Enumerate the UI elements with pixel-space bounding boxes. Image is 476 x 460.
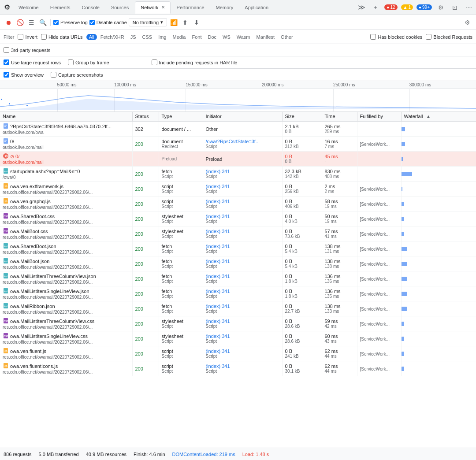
col-name[interactable]: Name [0, 112, 132, 121]
col-waterfall[interactable]: Waterfall ▲ [401, 112, 476, 121]
col-fulfilled[interactable]: Fulfilled by [357, 112, 401, 121]
show-overview-checkbox[interactable]: Show overview [4, 72, 44, 78]
table-row[interactable]: 0/ outlook.live.com/mail 200documentRedi… [0, 137, 476, 152]
cell-size: 0 B241 kB [282, 346, 322, 361]
svg-text:fetch: fetch [4, 245, 9, 248]
search-btn[interactable]: 🔍 [38, 18, 48, 27]
table-row[interactable]: fetch startupdata.ashx?app=Mail&n=0 /owa… [0, 167, 476, 182]
devtools-icon: ⚙ [2, 2, 12, 13]
cell-type: scriptScript [159, 197, 203, 211]
preserve-log-checkbox[interactable]: Preserve log [53, 20, 88, 25]
cell-type: fetchScript [159, 241, 203, 256]
col-type[interactable]: Type [159, 112, 203, 121]
tab-console[interactable]: Console [77, 1, 105, 14]
blocked-requests-checkbox[interactable]: Blocked Requests [426, 34, 472, 40]
filename: 0/ [10, 139, 14, 144]
tab-memory[interactable]: Memory [211, 1, 239, 14]
dock-icon[interactable]: ⊡ [450, 2, 460, 13]
tab-elements[interactable]: Elements [45, 1, 76, 14]
waterfall-bar [402, 127, 405, 131]
hide-data-urls-checkbox[interactable]: Hide data URLs [41, 34, 83, 40]
cell-time: 16 ms7 ms [322, 137, 357, 152]
table-row[interactable]: fetch owa.MailListItemSingleLineView.jso… [0, 286, 476, 301]
tab-sources[interactable]: Sources [106, 1, 134, 14]
table-row[interactable]: fetch owa.MailBoot.json res.cdn.office.n… [0, 256, 476, 271]
cell-time: 2 ms2 ms [322, 182, 357, 197]
new-tab-icon[interactable]: + [370, 2, 381, 13]
more-tabs-icon[interactable]: ≫ [356, 2, 367, 13]
svg-rect-5 [4, 140, 7, 140]
filename: owa.MailBoot.json [10, 259, 49, 264]
cell-name: ⊘ ⊘ 0/ outlook.live.com/mail [0, 152, 132, 167]
filename: owa.ven.graphql.js [10, 199, 51, 204]
chip-img[interactable]: Img [156, 34, 169, 40]
tab-welcome[interactable]: Welcome [13, 1, 44, 14]
more-options-icon[interactable]: ⋯ [464, 2, 474, 13]
table-row[interactable]: CSS owa.MailListItemSingleLineView.css r… [0, 331, 476, 346]
chip-font[interactable]: Font [189, 34, 204, 40]
invert-checkbox[interactable]: Invert [18, 34, 37, 40]
table-row[interactable]: ?RpsCsrfState=3f9f3494-6468-aa7b-0370-2f… [0, 121, 476, 137]
disable-cache-checkbox[interactable]: Disable cache [89, 20, 127, 25]
filter-toggle-btn[interactable]: ☰ [26, 18, 36, 27]
include-pending-checkbox[interactable]: Include pending requests in HAR file [152, 59, 238, 65]
table-row[interactable]: CSS owa.MailListItemThreeColumnView.css … [0, 316, 476, 331]
tab-network[interactable]: Network ✕ [135, 1, 170, 14]
table-row[interactable]: JS owa.ven.extframework.js res.cdn.offic… [0, 182, 476, 197]
network-settings-icon[interactable]: ⚙ [462, 17, 472, 28]
cell-name: ?RpsCsrfState=3f9f3494-6468-aa7b-0370-2f… [0, 121, 132, 137]
chip-css[interactable]: CSS [140, 34, 155, 40]
network-table-wrap[interactable]: Name Status Type Initiator Size Time Ful… [0, 112, 476, 448]
tab-close-icon[interactable]: ✕ [161, 5, 165, 10]
cell-type: fetchScript [159, 271, 203, 286]
chip-media[interactable]: Media [170, 34, 188, 40]
table-row[interactable]: fetch owa.SharedBoot.json res.cdn.office… [0, 241, 476, 256]
cell-type: Preload [159, 152, 203, 167]
col-initiator[interactable]: Initiator [203, 112, 282, 121]
file-icon: fetch [3, 243, 9, 250]
clear-btn[interactable]: 🚫 [15, 18, 25, 27]
capture-screenshots-checkbox[interactable]: Capture screenshots [51, 72, 103, 78]
table-row[interactable]: CSS owa.MailBoot.css res.cdn.office.net/… [0, 226, 476, 241]
file-icon: ⊘ [3, 153, 9, 160]
table-row[interactable]: JS owa.ven.graphql.js res.cdn.office.net… [0, 197, 476, 211]
chip-wasm[interactable]: Wasm [234, 34, 253, 40]
table-row[interactable]: fetch owa.MailRibbon.json res.cdn.office… [0, 301, 476, 316]
chip-manifest[interactable]: Manifest [254, 34, 278, 40]
tab-application[interactable]: Application [239, 1, 274, 14]
cell-fulfilled [357, 167, 401, 182]
toolbar: ⏺ 🚫 ☰ 🔍 Preserve log Disable cache No th… [0, 15, 476, 30]
cell-fulfilled: [ServiceWork... [357, 286, 401, 301]
has-blocked-cookies-checkbox[interactable]: Has blocked cookies [370, 34, 422, 40]
ruler-tick-6: 300000 ms [409, 82, 431, 87]
col-size[interactable]: Size [282, 112, 322, 121]
cell-type: scriptScript [159, 182, 203, 197]
col-time[interactable]: Time [322, 112, 357, 121]
throttle-dropdown[interactable]: No throttling ▾ [129, 18, 167, 26]
chip-js[interactable]: JS [128, 34, 139, 40]
chip-fetch-xhr[interactable]: Fetch/XHR [98, 34, 127, 40]
record-btn[interactable]: ⏺ [4, 18, 13, 27]
table-row[interactable]: JS owa.ven.fluent.js res.cdn.office.net/… [0, 346, 476, 361]
cell-size: 0 B73.6 kB [282, 226, 322, 241]
table-row[interactable]: CSS owa.SharedBoot.css res.cdn.office.ne… [0, 211, 476, 226]
table-row[interactable]: JS owa.ven.fluentIcons.js res.cdn.office… [0, 361, 476, 376]
cell-time: 136 ms135 ms [322, 286, 357, 301]
cell-fulfilled: [ServiceWork... [357, 361, 401, 376]
chip-doc[interactable]: Doc [205, 34, 219, 40]
chip-all[interactable]: All [86, 34, 97, 40]
download-icon[interactable]: ⬇ [192, 18, 201, 27]
settings-icon[interactable]: ⚙ [435, 2, 446, 13]
upload-icon[interactable]: ⬆ [180, 18, 190, 27]
large-rows-checkbox[interactable]: Use large request rows [4, 59, 61, 65]
tab-performance[interactable]: Performance [171, 1, 210, 14]
third-party-checkbox[interactable]: 3rd-party requests [4, 47, 50, 53]
table-row[interactable]: ⊘ ⊘ 0/ outlook.live.com/mail PreloadPrel… [0, 152, 476, 167]
chip-other[interactable]: Other [278, 34, 296, 40]
chip-ws[interactable]: WS [220, 34, 233, 40]
col-status[interactable]: Status [132, 112, 159, 121]
table-row[interactable]: fetch owa.MailListItemThreeColumnView.js… [0, 271, 476, 286]
throttle-dropdown-icon: ▾ [160, 19, 163, 25]
wifi-icon[interactable]: 📶 [169, 18, 178, 27]
group-by-frame-checkbox[interactable]: Group by frame [68, 59, 109, 65]
